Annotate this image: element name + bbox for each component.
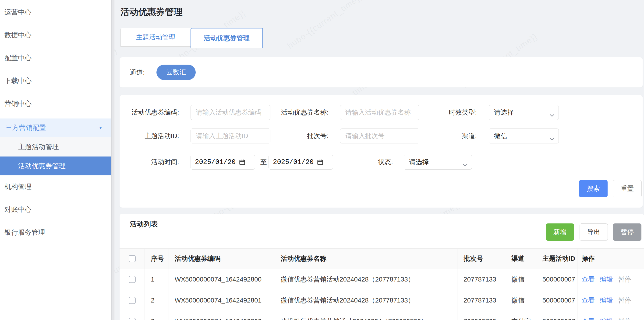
sidebar-item-label: 下载中心 <box>4 76 32 86</box>
sidebar-item-9[interactable]: 对账中心 <box>0 198 112 221</box>
list-title: 活动列表 <box>130 220 158 229</box>
cell-channel: 微信 <box>505 269 536 290</box>
column-header: 操作 <box>578 249 644 269</box>
cell-actions: 查看编辑暂停 <box>578 269 644 290</box>
batch-no-label: 批次号: <box>270 128 328 143</box>
channel-select-value: 微信 <box>494 132 507 140</box>
start-date-input[interactable]: 2025/01/20 <box>190 155 255 170</box>
end-date-value: 2025/01/20 <box>273 158 314 166</box>
sidebar: 运营中心数据中心配置中心下载中心营销中心三方营销配置▼主题活动管理活动优惠券管理… <box>0 0 112 320</box>
search-button[interactable]: 搜索 <box>579 180 608 197</box>
sidebar-item-6[interactable]: 主题活动管理 <box>0 137 112 156</box>
chevron-down-icon <box>462 161 468 168</box>
row-checkbox[interactable] <box>129 276 136 283</box>
cell-batch: 207787133 <box>458 269 505 290</box>
channel-card: 通道: 云数汇 <box>120 57 642 87</box>
row-action-link[interactable]: 编辑 <box>600 275 613 284</box>
reset-button[interactable]: 重置 <box>613 180 642 197</box>
table-header-row: 序号活动优惠券编码活动优惠券名称批次号渠道主题活动ID操作 <box>120 248 644 269</box>
row-checkbox-cell <box>120 269 145 290</box>
chevron-expanded-icon: ▼ <box>98 125 103 130</box>
sidebar-item-10[interactable]: 银行服务管理 <box>0 221 112 244</box>
status-select[interactable]: 请选择 <box>404 155 472 170</box>
add-button[interactable]: 新增 <box>546 223 574 241</box>
export-button[interactable]: 导出 <box>580 223 608 241</box>
column-header: 序号 <box>145 249 169 269</box>
sidebar-item-label: 银行服务管理 <box>4 228 45 237</box>
theme-id-input[interactable] <box>190 128 270 143</box>
coupon-name-input[interactable] <box>340 105 419 120</box>
sidebar-item-label: 数据中心 <box>4 30 32 40</box>
table-row: 1WX5000000074_1642492800微信优惠券营销活动2024042… <box>120 269 644 290</box>
tab-bar: 主题活动管理 活动优惠券管理 <box>120 28 263 48</box>
cell-code: WX5000000074_1642492802 <box>169 311 274 320</box>
column-header: 批次号 <box>458 249 505 269</box>
row-checkbox[interactable] <box>129 318 136 320</box>
sidebar-item-label: 配置中心 <box>4 53 32 63</box>
cell-code: WX5000000074_1642492801 <box>169 290 274 311</box>
row-checkbox[interactable] <box>129 297 136 304</box>
sidebar-item-3[interactable]: 下载中心 <box>0 69 112 92</box>
sidebar-item-label: 营销中心 <box>4 99 32 108</box>
sidebar-item-5[interactable]: 三方营销配置▼ <box>0 118 112 137</box>
coupon-code-label: 活动优惠券编码: <box>121 105 179 120</box>
theme-id-label: 主题活动ID: <box>121 128 179 143</box>
watermark-text: hubo-{{current_time}} <box>286 0 364 51</box>
sidebar-item-4[interactable]: 营销中心 <box>0 92 112 115</box>
activity-table: 序号活动优惠券编码活动优惠券名称批次号渠道主题活动ID操作1WX50000000… <box>120 248 644 320</box>
tab-activity-coupon[interactable]: 活动优惠券管理 <box>190 28 263 48</box>
coupon-name-label: 活动优惠券名称: <box>270 105 328 120</box>
select-all-checkbox[interactable] <box>129 255 136 262</box>
row-checkbox-cell <box>120 290 145 311</box>
cell-seq: 1 <box>145 269 169 290</box>
validity-type-select[interactable]: 请选择 <box>489 105 559 120</box>
column-header: 主题活动ID <box>536 249 578 269</box>
row-action-link[interactable]: 暂停 <box>618 317 631 320</box>
cell-seq: 3 <box>145 311 169 320</box>
sidebar-item-label: 运营中心 <box>4 8 32 17</box>
channel-select[interactable]: 微信 <box>489 128 559 143</box>
cell-theme_id: 500000007 <box>536 290 578 311</box>
cell-seq: 2 <box>145 290 169 311</box>
header-checkbox-cell <box>120 249 145 269</box>
row-action-link[interactable]: 查看 <box>582 317 595 320</box>
page-title: 活动优惠券管理 <box>120 6 182 18</box>
row-action-link[interactable]: 查看 <box>582 296 595 305</box>
chevron-down-icon <box>549 111 555 119</box>
chevron-down-icon <box>549 135 555 142</box>
cell-theme_id: 500000007 <box>536 269 578 290</box>
pause-button[interactable]: 暂停 <box>613 223 642 241</box>
app-root: hubo-{{current_time}}hubo-{{current_time… <box>0 0 644 320</box>
sidebar-item-1[interactable]: 数据中心 <box>0 24 112 47</box>
row-action-link[interactable]: 编辑 <box>600 317 613 320</box>
cell-actions: 查看编辑暂停 <box>578 311 644 320</box>
column-header: 活动优惠券编码 <box>169 249 274 269</box>
row-checkbox-cell <box>120 311 145 320</box>
sidebar-item-7[interactable]: 活动优惠券管理 <box>0 156 112 175</box>
batch-no-input[interactable] <box>340 128 419 143</box>
channel-pill-yunshuhui[interactable]: 云数汇 <box>156 65 196 80</box>
sidebar-item-label: 机构管理 <box>4 182 32 192</box>
column-header: 活动优惠券名称 <box>274 249 458 269</box>
cell-name: 建设银行优惠券营销活动20240724（700000700） <box>274 311 458 320</box>
row-action-link[interactable]: 查看 <box>582 275 595 284</box>
channel-label: 通道: <box>130 57 145 87</box>
sidebar-item-0[interactable]: 运营中心 <box>0 1 112 24</box>
column-header: 渠道 <box>505 249 536 269</box>
row-action-link[interactable]: 暂停 <box>618 275 631 284</box>
sidebar-item-label: 主题活动管理 <box>18 142 59 152</box>
sidebar-item-label: 对账中心 <box>4 205 32 214</box>
coupon-code-input[interactable] <box>190 105 270 120</box>
row-action-link[interactable]: 暂停 <box>618 296 631 305</box>
start-date-value: 2025/01/20 <box>195 158 236 166</box>
validity-type-value: 请选择 <box>494 108 514 117</box>
table-row: 2WX5000000074_1642492801微信优惠券营销活动2024042… <box>120 290 644 311</box>
tab-theme-activity[interactable]: 主题活动管理 <box>120 28 190 47</box>
channel-select-label: 渠道: <box>418 128 477 143</box>
row-action-link[interactable]: 编辑 <box>600 296 613 305</box>
sidebar-scrollbar[interactable] <box>112 0 114 320</box>
sidebar-item-8[interactable]: 机构管理 <box>0 175 112 198</box>
status-select-value: 请选择 <box>409 158 429 167</box>
sidebar-item-2[interactable]: 配置中心 <box>0 47 112 69</box>
end-date-input[interactable]: 2025/01/20 <box>268 155 333 170</box>
